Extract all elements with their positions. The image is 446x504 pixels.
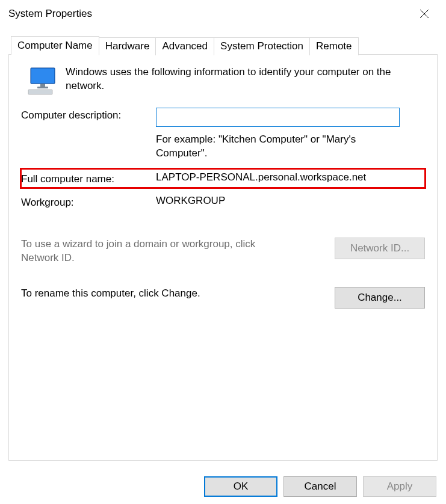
description-example: For example: "Kitchen Computer" or "Mary…: [156, 133, 397, 161]
apply-button: Apply: [363, 476, 436, 497]
full-name-value: LAPTOP-PERSONAL.personal.workspace.net: [156, 171, 425, 183]
system-properties-window: System Properties Computer Name Hardware…: [0, 0, 446, 504]
workgroup-label: Workgroup:: [21, 195, 156, 209]
wizard-hint-text: To use a wizard to join a domain or work…: [21, 238, 286, 265]
description-input[interactable]: [156, 108, 400, 127]
titlebar: System Properties: [0, 0, 446, 28]
tab-hardware[interactable]: Hardware: [99, 37, 156, 55]
close-button[interactable]: [410, 5, 438, 23]
close-icon: [420, 9, 429, 19]
workgroup-value: WORKGROUP: [156, 195, 425, 207]
tab-panel-computer-name: Windows uses the following information t…: [8, 54, 438, 461]
svg-rect-5: [28, 90, 52, 94]
tab-system-protection[interactable]: System Protection: [214, 37, 310, 55]
svg-rect-4: [37, 87, 48, 88]
cancel-button[interactable]: Cancel: [283, 476, 357, 497]
rename-hint-text: To rename this computer, click Change.: [21, 287, 200, 301]
change-button[interactable]: Change...: [335, 287, 425, 309]
intro-text: Windows uses the following information t…: [66, 66, 425, 96]
computer-icon: [21, 66, 66, 96]
tab-computer-name[interactable]: Computer Name: [11, 36, 99, 55]
tab-strip: Computer Name Hardware Advanced System P…: [0, 36, 446, 54]
window-title: System Properties: [8, 8, 410, 20]
full-computer-name-row: Full computer name: LAPTOP-PERSONAL.pers…: [21, 169, 425, 188]
dialog-footer: OK Cancel Apply: [0, 469, 446, 504]
tab-remote[interactable]: Remote: [309, 37, 359, 55]
full-name-label: Full computer name:: [21, 171, 156, 185]
svg-rect-3: [40, 84, 45, 87]
description-label: Computer description:: [21, 108, 156, 121]
ok-button[interactable]: OK: [204, 476, 277, 497]
network-id-button: Network ID...: [335, 238, 425, 259]
tab-advanced[interactable]: Advanced: [155, 37, 214, 55]
svg-rect-2: [31, 68, 55, 84]
